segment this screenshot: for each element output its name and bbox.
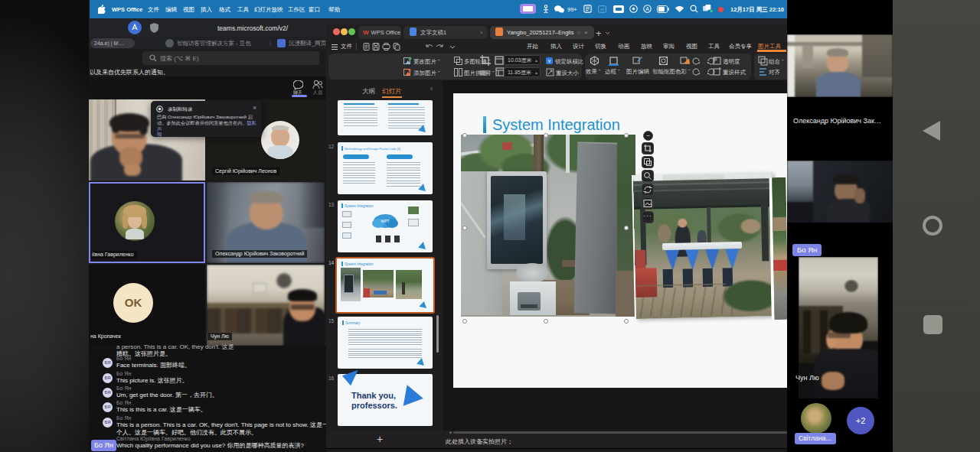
svg-text:A: A	[645, 6, 649, 11]
svg-text:WPT: WPT	[381, 219, 389, 223]
